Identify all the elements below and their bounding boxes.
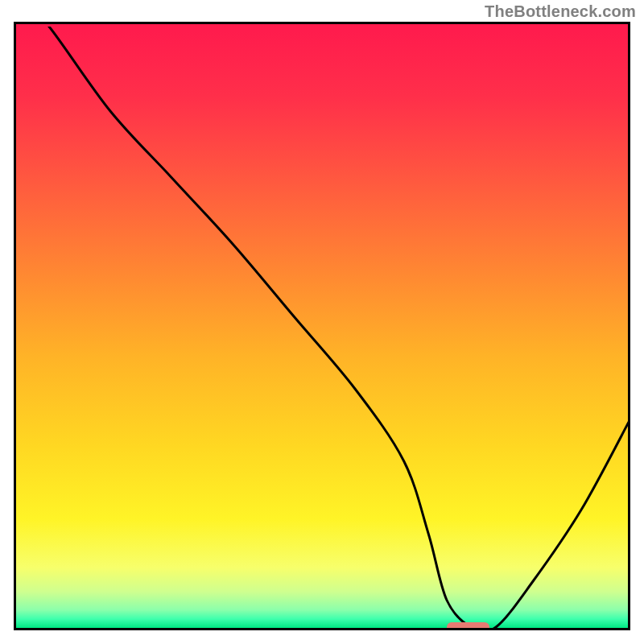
optimum-marker [447,622,489,630]
chart-frame: TheBottleneck.com [0,0,644,644]
bottleneck-curve [19,27,630,630]
plot-area [14,22,630,630]
watermark-text: TheBottleneck.com [485,2,636,21]
